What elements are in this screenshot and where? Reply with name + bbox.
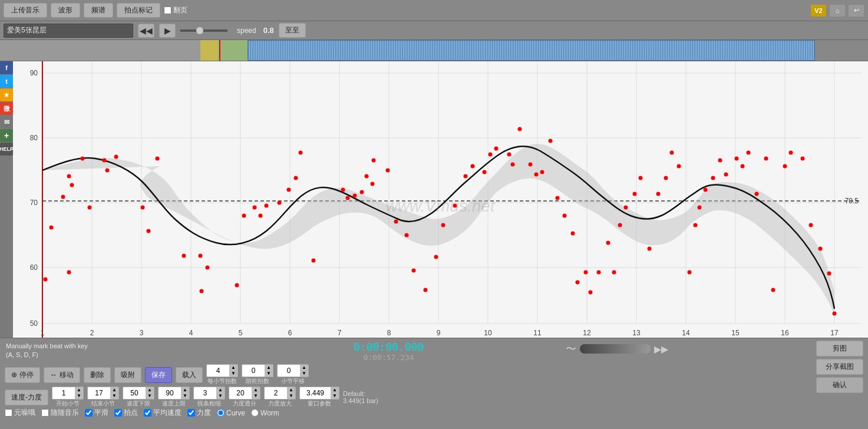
current-time: 0:00:00.000 <box>354 341 424 353</box>
svg-point-120 <box>677 164 681 169</box>
move-label: 移动 <box>60 370 74 380</box>
speed-high-group: ▲ ▼ 速度上限 <box>158 387 190 408</box>
random-music-checkbox[interactable] <box>41 409 49 417</box>
svg-text:1: 1 <box>41 329 45 337</box>
line-thickness-input[interactable] <box>194 387 216 399</box>
beats-per-bar-down[interactable]: ▼ <box>229 371 237 377</box>
beat-point-checkbox[interactable] <box>114 409 122 417</box>
beat-accuracy-input[interactable] <box>242 365 265 377</box>
strength-blur-down[interactable]: ▼ <box>252 393 260 399</box>
svg-point-71 <box>278 201 282 205</box>
chart-area[interactable]: 70.5 90 80 70 60 50 1 2 3 4 5 6 7 8 9 10… <box>13 61 868 341</box>
absorb-button[interactable]: 吸附 <box>114 367 141 383</box>
svg-text:7: 7 <box>338 329 342 337</box>
speed-low-input[interactable] <box>123 387 146 399</box>
cut-button[interactable]: 剪图 <box>816 341 863 357</box>
home-button[interactable]: ⌂ <box>829 4 846 17</box>
end-bar-down[interactable]: ▼ <box>110 393 118 399</box>
beats-per-bar-input[interactable] <box>207 365 229 377</box>
apply-button[interactable]: 至至 <box>279 23 306 38</box>
start-bar-up[interactable]: ▲ <box>75 387 83 393</box>
twitter-button[interactable]: t <box>0 75 13 88</box>
svg-point-122 <box>694 223 698 227</box>
line-thickness-up[interactable]: ▲ <box>216 387 225 393</box>
strength-zoom-up[interactable]: ▲ <box>287 387 295 393</box>
svg-point-124 <box>704 188 708 192</box>
spectrum-button[interactable]: 频谱 <box>84 3 113 18</box>
mail-button[interactable]: ✉ <box>0 116 13 128</box>
strength-zoom-input[interactable] <box>265 387 287 399</box>
undo-button[interactable]: ↩ <box>848 4 864 17</box>
svg-point-93 <box>483 170 487 174</box>
svg-point-60 <box>156 157 160 161</box>
save-button[interactable]: 保存 <box>145 367 172 383</box>
move-button[interactable]: ↔ 移动 <box>44 367 80 383</box>
start-bar-down[interactable]: ▼ <box>75 393 83 399</box>
end-bar-input[interactable] <box>88 387 110 399</box>
start-bar-input[interactable] <box>52 387 75 399</box>
smooth-label: 平滑 <box>94 408 108 418</box>
bar-shift-input[interactable] <box>278 365 300 377</box>
svg-text:9: 9 <box>437 329 441 337</box>
beat-point-checkbox-label: 拍点 <box>114 408 138 418</box>
stop-label: 停停 <box>19 370 34 380</box>
beats-per-bar-up[interactable]: ▲ <box>229 365 237 371</box>
speed-high-down[interactable]: ▼ <box>181 393 189 399</box>
smooth-checkbox[interactable] <box>85 409 93 417</box>
svg-point-116 <box>648 247 652 251</box>
window-param-down[interactable]: ▼ <box>331 393 339 399</box>
plus-button[interactable]: + <box>0 129 13 142</box>
waveform-button[interactable]: 波形 <box>51 3 80 18</box>
stop-button[interactable]: ⊕ 停停 <box>5 367 40 383</box>
beat-mark-button[interactable]: 拍点标记 <box>117 3 160 18</box>
strength-blur-input[interactable] <box>229 387 252 399</box>
speed-low-up[interactable]: ▲ <box>146 387 154 393</box>
strength-checkbox[interactable] <box>187 409 195 417</box>
svg-point-129 <box>741 164 745 169</box>
line-thickness-down[interactable]: ▼ <box>216 393 225 399</box>
svg-point-87 <box>424 288 428 292</box>
flip-checkbox[interactable] <box>164 6 171 14</box>
window-param-input[interactable] <box>300 387 331 399</box>
star-button[interactable]: ★ <box>0 88 13 101</box>
no-noise-checkbox[interactable] <box>5 409 12 417</box>
window-param-up[interactable]: ▲ <box>331 387 339 393</box>
waveform-blue[interactable] <box>247 40 815 61</box>
prev-button[interactable]: ◀◀ <box>138 24 154 38</box>
load-button[interactable]: 载入 <box>176 367 203 383</box>
weibo-button[interactable]: 微 <box>0 102 13 115</box>
curve-radio[interactable] <box>217 409 225 417</box>
end-bar-up[interactable]: ▲ <box>110 387 118 393</box>
default-info: Default: 3.449(1 bar) <box>343 390 378 404</box>
avg-speed-checkbox[interactable] <box>144 409 151 417</box>
delete-button[interactable]: 删除 <box>84 367 111 383</box>
svg-point-111 <box>612 270 616 275</box>
upload-music-button[interactable]: 上传音乐 <box>4 3 47 18</box>
speed-high-input[interactable] <box>159 387 181 399</box>
play-button[interactable]: ▶ <box>159 24 176 38</box>
svg-point-110 <box>606 241 610 245</box>
svg-point-72 <box>287 188 291 192</box>
v2-button[interactable]: V2 <box>810 4 827 17</box>
bar-shift-up[interactable]: ▲ <box>300 365 308 371</box>
svg-point-119 <box>670 151 674 155</box>
svg-point-138 <box>819 247 823 251</box>
speed-strength-button[interactable]: 速度-力度 <box>5 390 48 405</box>
strength-zoom-down[interactable]: ▼ <box>287 393 295 399</box>
svg-point-136 <box>801 157 805 161</box>
speed-low-down[interactable]: ▼ <box>146 393 154 399</box>
help-button[interactable]: HELP <box>0 143 13 156</box>
bar-shift-down[interactable]: ▼ <box>300 371 308 377</box>
beat-accuracy-down[interactable]: ▼ <box>265 371 273 377</box>
svg-point-59 <box>141 206 145 210</box>
top-toolbar: 上传音乐 波形 频谱 拍点标记 翻页 V2 ⌂ ↩ <box>0 0 868 21</box>
facebook-button[interactable]: f <box>0 61 13 74</box>
speed-high-up[interactable]: ▲ <box>181 387 189 393</box>
strength-blur-up[interactable]: ▲ <box>252 387 260 393</box>
svg-point-74 <box>299 151 303 155</box>
worm-radio[interactable] <box>251 409 259 417</box>
beat-accuracy-up[interactable]: ▲ <box>265 365 273 371</box>
svg-point-130 <box>747 151 751 155</box>
speed-slider[interactable] <box>180 29 227 32</box>
file-name-input[interactable] <box>4 24 133 38</box>
